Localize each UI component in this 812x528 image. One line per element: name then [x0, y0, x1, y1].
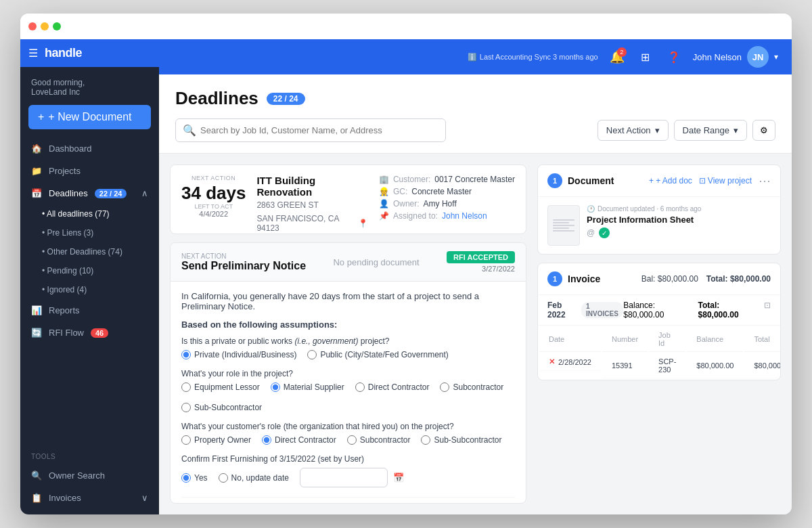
app-layout: ☰ handle Good morning, LoveLand Inc + + …	[20, 39, 792, 514]
help-button[interactable]: ❓	[664, 47, 683, 66]
sidebar-item-projects[interactable]: 📁 Projects	[20, 160, 159, 182]
user-menu[interactable]: John Nelson JN ▾	[693, 46, 778, 68]
q2-option-direct[interactable]: Direct Contractor	[355, 382, 430, 392]
hamburger-icon[interactable]: ☰	[28, 47, 38, 60]
sidebar-item-reports[interactable]: 📊 Reports	[20, 299, 159, 322]
search-input[interactable]	[200, 125, 438, 135]
invoice-number: 1	[547, 271, 562, 286]
q1-option-private[interactable]: Private (Individual/Business)	[181, 350, 296, 359]
sub-item-other-deadlines[interactable]: Other Deadlines (74)	[31, 242, 159, 261]
sidebar-item-rfi-flow[interactable]: 🔄 RFI Flow 46	[20, 322, 159, 344]
customer-info: 🏢 Customer: 0017 Concrete Master 👷 GC: C…	[379, 175, 515, 234]
q2-option-material[interactable]: Material Supplier	[271, 382, 344, 392]
gc-row: 👷 GC: Concrete Master	[379, 187, 515, 196]
sidebar-tools: TOOLS 🔍 Owner Search 📋 Invoices ∨	[20, 443, 159, 514]
left-panel: NEXT ACTION 34 days LEFT TO ACT 4/4/2022…	[170, 164, 526, 504]
close-button[interactable]	[28, 22, 37, 30]
q4-options: Yes No, update date 03/15/2022 📅	[181, 468, 515, 487]
col-job-id: Job Id	[649, 327, 685, 352]
deadlines-badge: 22 / 24	[95, 189, 127, 198]
q3-option-property[interactable]: Property Owner	[181, 435, 251, 445]
sidebar: ☰ handle Good morning, LoveLand Inc + + …	[20, 39, 159, 514]
act-date: 4/4/2022	[181, 210, 246, 218]
q3-option-direct[interactable]: Direct Contractor	[262, 435, 336, 445]
calendar-icon: 📅	[31, 188, 42, 198]
rfi-accepted-badge: RFI ACCEPTED	[447, 251, 515, 263]
sub-item-pre-liens[interactable]: Pre Liens (3)	[31, 223, 159, 242]
title-bar	[20, 14, 792, 39]
q4-option-yes[interactable]: Yes	[181, 473, 208, 483]
owner-row: 👤 Owner: Amy Hoff	[379, 199, 515, 208]
customer-value: 0017 Concrete Master	[434, 175, 515, 184]
sidebar-item-invoices[interactable]: 📋 Invoices ∨	[20, 487, 159, 509]
page-title-badge: 22 / 24	[267, 93, 305, 105]
sub-item-ignored[interactable]: Ignored (4)	[31, 280, 159, 299]
add-doc-link[interactable]: + + Add doc	[649, 176, 692, 185]
city-state: SAN FRANCISCO, CA 94123	[256, 214, 355, 233]
sidebar-item-deadlines[interactable]: 📅 Deadlines 22 / 24 ∧	[20, 182, 159, 204]
q1-label: Is this a private or public works (i.e.,…	[181, 336, 515, 346]
invoice-count-badge: 1 INVOICES	[581, 302, 623, 318]
col-total: Total	[744, 327, 781, 352]
document-card-header: 1 Document + + Add doc ⊡	[538, 165, 780, 197]
error-mark: ✕	[549, 357, 555, 366]
no-pending-doc: No pending document	[333, 257, 419, 267]
invoice-month: Feb 2022 1 INVOICES	[547, 301, 623, 320]
new-document-button[interactable]: + + New Document	[28, 105, 151, 129]
invoice-toggle-icon[interactable]: ⊡	[764, 301, 771, 320]
clock-icon: 🕐	[587, 205, 595, 213]
projects-label: Projects	[49, 166, 81, 176]
sync-text: Last Accounting Sync 3 months ago	[480, 53, 598, 61]
notification-button[interactable]: 🔔 2	[608, 47, 627, 66]
chevron-down-icon: ▾	[655, 125, 660, 135]
document-panel-actions: + + Add doc ⊡ View project ⋯	[649, 173, 771, 188]
invoice-table: Date Number Job Id Balance Total	[538, 326, 781, 380]
action-panel-header: Next Action Send Preliminary Notice No p…	[171, 243, 526, 282]
document-number: 1	[547, 173, 562, 188]
search-box: 🔍	[175, 118, 446, 142]
q2-option-equipment[interactable]: Equipment Lessor	[181, 382, 260, 392]
folder-icon: 📁	[31, 166, 42, 176]
calendar-icon[interactable]: 📅	[393, 472, 404, 483]
grid-button[interactable]: ⊞	[636, 47, 655, 66]
q4-label: Confirm First Furnishing of 3/15/2022 (s…	[181, 454, 515, 464]
new-doc-label: + New Document	[48, 111, 131, 123]
assigned-row: 📌 Assigned to: John Nelson	[379, 211, 515, 221]
dashboard-label: Dashboard	[49, 144, 92, 154]
maximize-button[interactable]	[53, 22, 61, 30]
invoice-job-id: SCP-230	[649, 353, 685, 378]
next-action-box: NEXT ACTION 34 days LEFT TO ACT 4/4/2022	[181, 175, 246, 234]
sub-item-pending[interactable]: Pending (10)	[31, 261, 159, 280]
sidebar-item-dashboard[interactable]: 🏠 Dashboard	[20, 137, 159, 160]
sidebar-item-owner-search[interactable]: 🔍 Owner Search	[20, 464, 159, 487]
filter-options-button[interactable]: ⚙	[752, 120, 775, 141]
assigned-value[interactable]: John Nelson	[442, 211, 487, 221]
invoices-icon: 📋	[31, 493, 42, 503]
invoice-total-cell: $80,000.00	[744, 353, 781, 378]
q2-option-subcontractor[interactable]: Subcontractor	[440, 382, 503, 392]
q4-option-no[interactable]: No, update date	[219, 473, 289, 483]
q3-option-subcontractor[interactable]: Subcontractor	[347, 435, 411, 445]
sub-item-all-deadlines[interactable]: All deadlines (77)	[31, 204, 159, 223]
view-project-link[interactable]: ⊡ View project	[699, 176, 752, 185]
document-menu-button[interactable]: ⋯	[759, 173, 771, 188]
topbar: ℹ️ Last Accounting Sync 3 months ago 🔔 2…	[159, 39, 792, 74]
right-panel: 1 Document + + Add doc ⊡	[537, 164, 781, 504]
project-card-header: NEXT ACTION 34 days LEFT TO ACT 4/4/2022…	[171, 165, 526, 234]
next-action-filter[interactable]: Next Action ▾	[597, 120, 669, 141]
action-panel: Next Action Send Preliminary Notice No p…	[170, 242, 526, 504]
document-item: 🕐 Document updated · 6 months ago Projec…	[538, 197, 780, 254]
question-1: Is this a private or public works (i.e.,…	[181, 336, 515, 359]
invoices-label: Invoices	[49, 493, 81, 503]
invoice-balance: Bal: $80,000.00	[641, 274, 698, 284]
address-line1: 2863 GREEN ST	[256, 200, 318, 210]
tools-label: TOOLS	[20, 449, 159, 464]
minimize-button[interactable]	[41, 22, 49, 30]
date-range-filter[interactable]: Date Range ▾	[674, 120, 747, 141]
date-input[interactable]: 03/15/2022	[300, 468, 388, 487]
building-icon: 🏢	[379, 175, 389, 184]
q2-option-sub-subcontractor[interactable]: Sub-Subcontractor	[181, 403, 262, 412]
intro-text: In California, you generally have 20 day…	[181, 291, 515, 311]
q1-option-public[interactable]: Public (City/State/Fed Government)	[307, 350, 448, 359]
q3-option-sub-sub[interactable]: Sub-Subcontractor	[421, 435, 501, 445]
